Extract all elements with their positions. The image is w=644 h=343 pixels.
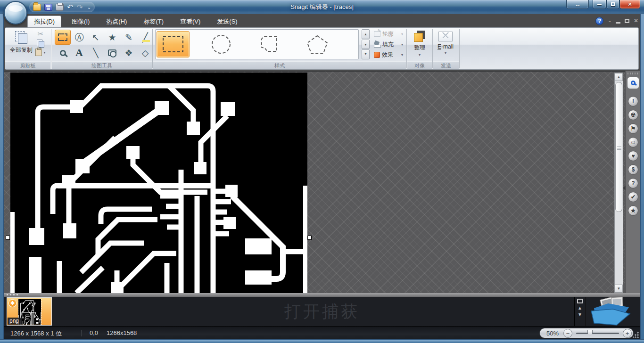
open-capture-folder-icon: [588, 297, 632, 326]
stamp-tool[interactable]: ★: [104, 30, 120, 45]
help-chevron-icon[interactable]: ⌄: [608, 18, 611, 23]
star-stamp-icon[interactable]: ★: [628, 205, 638, 216]
style-buttons: 轮廓 ▾ 填充 ▾ 效果 ▾: [373, 29, 404, 59]
ribbon-tab-bar: 拖拉(D) 图像(I) 热点(H) 标签(T) 查看(V) 发送(S) ? ⌄ …: [4, 14, 640, 27]
style-polygon-selection[interactable]: [301, 31, 334, 57]
arrange-button[interactable]: 整理 ▾: [409, 30, 430, 60]
email-label: E-mail: [438, 43, 454, 50]
doc-close-icon[interactable]: ✕: [634, 18, 638, 24]
clipboard-group-label: 剪贴板: [5, 61, 50, 69]
gallery-scroll-down[interactable]: ▼: [362, 40, 370, 49]
save-icon[interactable]: [44, 4, 52, 11]
shape-tool-icon: [108, 49, 116, 56]
fill-button[interactable]: 填充 ▾: [373, 40, 404, 49]
open-capture-folder-button[interactable]: [588, 297, 632, 326]
zoom-slider-thumb[interactable]: [587, 330, 593, 336]
tab-send[interactable]: 发送(S): [211, 16, 243, 27]
selection-handle-left[interactable]: [6, 236, 10, 240]
dollar-stamp-icon[interactable]: $: [628, 164, 638, 175]
doc-minimize-icon[interactable]: [616, 22, 620, 24]
tray-scroll-up-icon[interactable]: ▲: [578, 306, 582, 310]
check-stamp-icon[interactable]: ✔: [628, 192, 638, 202]
email-chevron-icon: ▾: [445, 51, 446, 55]
copy-icon[interactable]: [37, 40, 44, 47]
zoom-out-button[interactable]: −: [563, 329, 572, 338]
tab-drag[interactable]: 拖拉(D): [27, 16, 61, 27]
fill-tool[interactable]: ❖: [121, 45, 137, 60]
vertical-scrollbar[interactable]: ▲ ▼: [614, 73, 623, 293]
rectangle-selection-icon: [161, 34, 185, 54]
paste-button[interactable]: ▾: [35, 49, 45, 56]
style-ellipse-selection[interactable]: [205, 31, 238, 57]
email-button[interactable]: E-mail ▾: [435, 30, 456, 60]
maximize-button[interactable]: [606, 0, 619, 9]
question-stamp-icon[interactable]: ?: [628, 178, 638, 188]
doc-restore-icon[interactable]: [625, 19, 629, 23]
tray-scroll-down-icon[interactable]: ▼: [578, 313, 582, 317]
print-icon[interactable]: [56, 4, 64, 11]
window-resize-grip[interactable]: [633, 331, 639, 338]
effects-button[interactable]: 效果 ▾: [373, 50, 404, 59]
line-tool[interactable]: ╲: [88, 45, 104, 60]
open-icon[interactable]: [33, 4, 41, 11]
callout-tool[interactable]: Ⓐ: [71, 30, 87, 45]
outline-button[interactable]: 轮廓 ▾: [373, 29, 404, 39]
scrollbar-thumb[interactable]: [615, 82, 622, 212]
close-button[interactable]: ✕: [619, 0, 640, 9]
undo-icon[interactable]: ↶: [67, 4, 73, 11]
scroll-down-arrow-icon[interactable]: ▼: [615, 285, 623, 293]
pen-tool[interactable]: ✎: [121, 30, 137, 45]
zoom-in-button[interactable]: +: [623, 329, 632, 338]
style-freehand-selection[interactable]: [253, 31, 286, 57]
help-icon[interactable]: ?: [595, 17, 603, 25]
minimize-button[interactable]: [593, 0, 606, 9]
scroll-up-arrow-icon[interactable]: ▲: [615, 73, 623, 81]
tab-image[interactable]: 图像(I): [66, 16, 96, 27]
group-separator: [152, 29, 153, 68]
gallery-expand[interactable]: ⯆: [362, 49, 370, 59]
copy-all-button[interactable]: 全部复制: [9, 30, 33, 59]
fill-tool-icon: ❖: [124, 49, 132, 57]
eraser-tool[interactable]: ◇: [137, 45, 153, 60]
search-pane-button[interactable]: [627, 77, 639, 89]
text-tool[interactable]: A: [71, 45, 87, 60]
clipboard-small-buttons: ✂ ▾: [34, 30, 47, 56]
pcb-traces-image[interactable]: [10, 73, 307, 293]
selection-tool[interactable]: [55, 30, 71, 45]
zoom-tool[interactable]: [55, 45, 71, 60]
shape-tool[interactable]: [104, 45, 120, 60]
zoom-slider-track[interactable]: [576, 333, 619, 334]
smiley-stamp-icon[interactable]: ☺: [628, 137, 638, 147]
redo-icon[interactable]: ↷: [76, 4, 83, 11]
tray-scroll-controls: ▲ ▼: [574, 297, 586, 326]
tab-view[interactable]: 查看(V): [174, 16, 206, 27]
capture-thumbnail[interactable]: ✱ png: [7, 297, 52, 326]
fill-chevron-icon: ▾: [401, 42, 403, 47]
arrow-tool[interactable]: ↖: [88, 30, 104, 45]
snagit-orb-button[interactable]: [4, 1, 27, 24]
maximize-icon: [611, 2, 615, 6]
arrange-chevron-icon: ▾: [419, 53, 421, 57]
style-rectangle-selection[interactable]: [157, 31, 190, 57]
radiation-stamp-icon[interactable]: ☢: [628, 110, 638, 120]
panel-grip[interactable]: [627, 73, 638, 74]
highlighter-tool[interactable]: ╱: [137, 30, 153, 45]
gallery-scroll-up[interactable]: ▲: [362, 29, 370, 39]
flag-stamp-icon[interactable]: ⚑: [628, 123, 638, 134]
tray-splitter[interactable]: [4, 293, 640, 297]
canvas-area[interactable]: ▲ ▼: [4, 71, 625, 293]
panel-collapse-arrow-icon[interactable]: [623, 186, 626, 190]
exclamation-stamp-icon[interactable]: !: [628, 96, 638, 106]
customize-chevron-icon[interactable]: ⌄: [87, 5, 91, 10]
tab-hotspot[interactable]: 热点(H): [100, 16, 133, 27]
text-tool-icon: A: [75, 47, 83, 59]
heart-stamp-icon[interactable]: ♥: [628, 151, 638, 161]
send-group-label: 发送: [433, 61, 459, 69]
selection-handle-right[interactable]: [307, 236, 312, 240]
tray-maximize-icon[interactable]: [577, 299, 583, 303]
tab-tags[interactable]: 标签(T): [137, 16, 170, 27]
copy-all-label: 全部复制: [10, 46, 33, 54]
resize-button[interactable]: ↔: [566, 0, 589, 9]
cut-icon[interactable]: ✂: [38, 30, 44, 38]
paste-icon: [35, 49, 42, 56]
